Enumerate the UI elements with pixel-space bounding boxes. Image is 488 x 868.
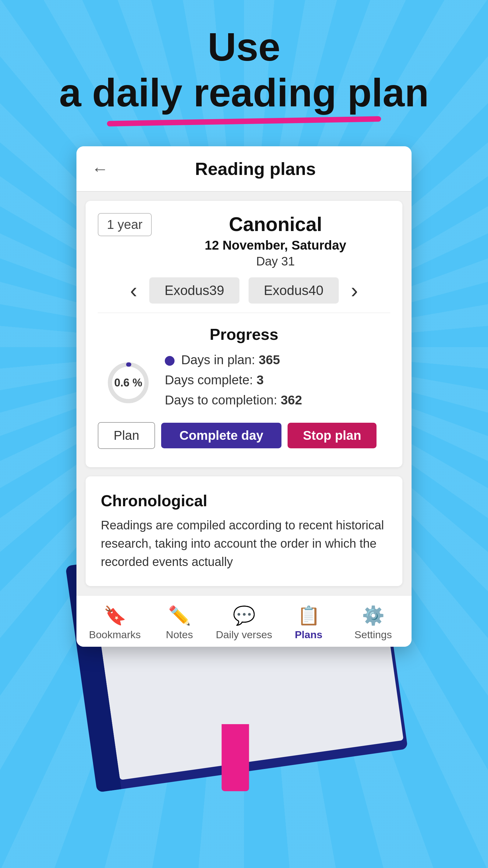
nav-daily-verses[interactable]: 💬 Daily verses: [212, 605, 276, 641]
complete-day-button[interactable]: Complete day: [161, 423, 282, 448]
plan-nav: ‹ Exodus39 Exodus40 ›: [98, 277, 390, 304]
hero-title-line1: Use: [0, 24, 488, 70]
bookmark-pink: [222, 724, 249, 791]
page-title: Reading plans: [115, 158, 396, 179]
progress-title: Progress: [98, 325, 390, 343]
bottom-nav: 🔖 Bookmarks ✏️ Notes 💬 Daily verses 📋 Pl…: [76, 595, 412, 647]
nav-plans[interactable]: 📋 Plans: [276, 605, 341, 641]
plans-label: Plans: [295, 629, 323, 641]
bookmarks-label: Bookmarks: [89, 629, 141, 641]
nav-bookmarks[interactable]: 🔖 Bookmarks: [83, 605, 147, 641]
chronological-card: Chronological Readings are compiled acco…: [86, 476, 402, 586]
plan-date: 12 November, Saturday: [161, 238, 390, 253]
plan-header: 1 year Canonical 12 November, Saturday D…: [98, 213, 390, 268]
progress-section: Progress 0.6 % Days in plan: 365: [98, 319, 390, 455]
phone-card: ← Reading plans 1 year Canonical 12 Nove…: [76, 146, 412, 647]
hero-section: Use a daily reading plan: [0, 0, 488, 124]
chronological-description: Readings are compiled according to recen…: [101, 516, 387, 571]
prev-day-button[interactable]: ‹: [130, 278, 137, 303]
plan-title-block: Canonical 12 November, Saturday Day 31: [161, 213, 390, 268]
progress-content: 0.6 % Days in plan: 365 Days complete: 3: [98, 352, 390, 413]
top-bar: ← Reading plans: [76, 146, 412, 192]
stop-plan-button[interactable]: Stop plan: [288, 423, 376, 448]
nav-settings[interactable]: ⚙️ Settings: [341, 605, 405, 641]
chapter-buttons: Exodus39 Exodus40: [149, 277, 338, 304]
daily-verses-icon: 💬: [233, 605, 256, 626]
chapter1-button[interactable]: Exodus39: [149, 277, 239, 304]
chronological-title: Chronological: [101, 492, 387, 510]
next-day-button[interactable]: ›: [351, 278, 358, 303]
plan-name: Canonical: [161, 213, 390, 236]
progress-chart: 0.6 %: [104, 359, 153, 407]
back-button[interactable]: ←: [92, 159, 108, 179]
progress-dot: [165, 356, 174, 366]
plans-icon: 📋: [297, 605, 320, 626]
daily-verses-label: Daily verses: [216, 629, 272, 641]
days-complete: Days complete: 3: [165, 373, 384, 388]
plan-button[interactable]: Plan: [98, 422, 155, 449]
notes-icon: ✏️: [168, 605, 191, 626]
days-to-completion: Days to completion: 362: [165, 393, 384, 407]
nav-notes[interactable]: ✏️ Notes: [147, 605, 212, 641]
progress-percent: 0.6 %: [114, 376, 142, 389]
notes-label: Notes: [166, 629, 193, 641]
days-in-plan: Days in plan: 365: [165, 352, 384, 367]
bookmarks-icon: 🔖: [104, 605, 126, 626]
action-buttons: Plan Complete day Stop plan: [98, 422, 390, 449]
chapter2-button[interactable]: Exodus40: [249, 277, 339, 304]
hero-underline: [107, 116, 381, 126]
divider: [98, 313, 390, 313]
plan-day: Day 31: [161, 254, 390, 268]
settings-label: Settings: [355, 629, 392, 641]
plan-card: 1 year Canonical 12 November, Saturday D…: [86, 201, 402, 467]
progress-stats: Days in plan: 365 Days complete: 3 Days …: [165, 352, 384, 413]
settings-icon: ⚙️: [362, 605, 385, 626]
year-badge: 1 year: [98, 213, 152, 236]
hero-title-line2: a daily reading plan: [0, 70, 488, 116]
